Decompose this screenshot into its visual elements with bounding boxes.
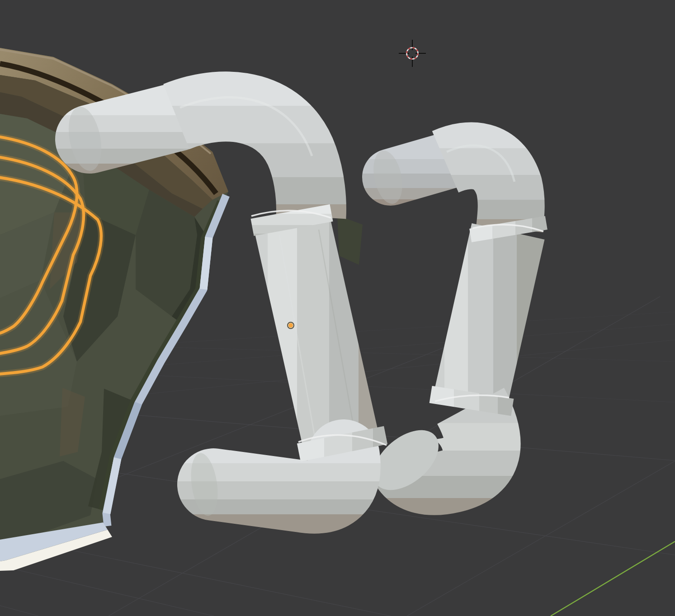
pipe-large-collar-top bbox=[290, 212, 293, 229]
origin-dot bbox=[288, 323, 293, 328]
pipe-large-collar-bottom bbox=[340, 435, 344, 453]
origin-point[interactable] bbox=[288, 322, 294, 329]
pipe-large-top-segment bbox=[90, 117, 179, 139]
viewport-canvas[interactable] bbox=[0, 0, 675, 616]
pipe-large-vertical-tube bbox=[292, 224, 344, 453]
pipe-small-vertical-tube bbox=[471, 231, 508, 397]
pipe-large-bottom-elbow bbox=[213, 456, 345, 498]
viewport-3d[interactable] bbox=[0, 0, 675, 616]
